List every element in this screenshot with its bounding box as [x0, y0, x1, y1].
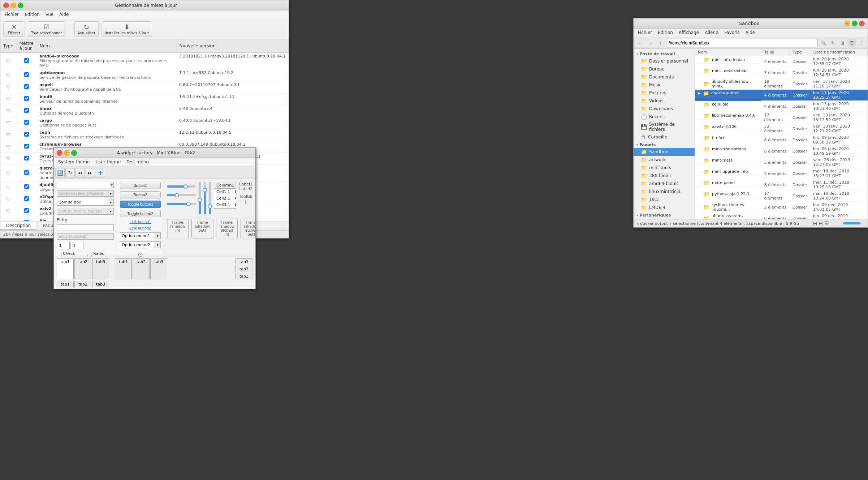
- sidebar-section-peripheriques[interactable]: ▾ Périphériques: [634, 211, 695, 218]
- fm-col-date[interactable]: Date de modification: [810, 49, 868, 56]
- menu-vue[interactable]: Vue: [43, 11, 56, 18]
- sidebar-item-386-bionic[interactable]: 📁 386-bionic: [634, 172, 695, 180]
- fm-col-taille[interactable]: Taille: [761, 49, 790, 56]
- v-slider1-thumb[interactable]: [198, 198, 202, 202]
- tab3-3[interactable]: tab3: [236, 273, 252, 279]
- wf-menu-test[interactable]: Test menu: [124, 159, 152, 166]
- sidebar-item-linuxminttricia[interactable]: 📁 linuxminttricia: [634, 188, 695, 196]
- link-button2[interactable]: Link button2: [120, 226, 161, 230]
- check-button1[interactable]: [57, 254, 61, 257]
- button2[interactable]: Button2: [120, 191, 161, 198]
- v-slider1[interactable]: [199, 182, 201, 214]
- select-all-button[interactable]: ☑ Tout sélectionner: [28, 21, 65, 37]
- update-check-cell[interactable]: [16, 105, 36, 117]
- fm-row-13[interactable]: 📁 syslinux-themes-linuxmi... 2 éléments …: [695, 202, 868, 213]
- menu-edition[interactable]: Édition: [22, 11, 43, 18]
- menu-aide[interactable]: Aide: [56, 11, 72, 18]
- install-button[interactable]: ⬇ Installer les mises à jour: [102, 21, 152, 37]
- tab3-2[interactable]: tab2: [236, 266, 252, 272]
- toggle-button1[interactable]: Toggle button1: [120, 201, 161, 208]
- h-slider3-track[interactable]: [167, 203, 196, 205]
- combo-box-entry-input[interactable]: [57, 182, 110, 188]
- update-row-6[interactable]: 🛡 ceph Système de fichiers et stockage d…: [0, 129, 289, 141]
- tab4-1[interactable]: tab1: [57, 281, 74, 287]
- update-check-cell[interactable]: [16, 165, 36, 181]
- v-slider2-thumb[interactable]: [203, 188, 207, 192]
- option-menu2[interactable]: Option menu2 ▾: [120, 241, 161, 248]
- fm-row-3[interactable]: ▶ 📁 docker-output 4 éléments Dossier lun…: [695, 90, 868, 101]
- button1[interactable]: Button1: [120, 182, 161, 189]
- update-checkbox-3[interactable]: [24, 96, 29, 101]
- wf-minimize-btn[interactable]: −: [64, 150, 70, 156]
- update-check-cell[interactable]: [16, 53, 36, 69]
- fm-address-input[interactable]: [666, 39, 818, 47]
- sidebar-section-poste[interactable]: ▾ Poste de travail: [634, 50, 695, 57]
- option-menu2-arrow[interactable]: ▾: [155, 242, 160, 248]
- fm-row-0[interactable]: 📁 mint-info-debian 4 éléments Dossier lu…: [695, 56, 868, 67]
- update-checkbox-8[interactable]: [24, 156, 29, 160]
- close-btn[interactable]: ×: [3, 3, 9, 8]
- fm-view-icon3[interactable]: ☰: [824, 220, 829, 226]
- h-slider1-track[interactable]: [167, 185, 196, 188]
- update-check-cell[interactable]: [16, 217, 36, 222]
- fm-menu-favoris[interactable]: Favoris: [722, 29, 743, 36]
- update-check-cell[interactable]: [16, 153, 36, 165]
- fm-menu-fichier[interactable]: Fichier: [635, 29, 655, 36]
- combo-box-arrow[interactable]: ▾: [108, 199, 113, 205]
- h-slider1-thumb[interactable]: [183, 184, 188, 189]
- tree-row-3[interactable]: Cell3.1 Cell3.2: [214, 202, 236, 208]
- tab2-3[interactable]: tab3: [150, 258, 167, 279]
- h-slider3-thumb[interactable]: [186, 202, 191, 206]
- sidebar-item-sandbox[interactable]: 📁 Sandbox: [634, 148, 695, 156]
- fm-col-nom[interactable]: Nom: [695, 49, 761, 56]
- combo-box-entry-arrow[interactable]: ▾: [110, 182, 113, 188]
- tab-description[interactable]: Description: [0, 222, 37, 230]
- update-checkbox-9[interactable]: [24, 170, 29, 175]
- fm-up-btn[interactable]: ↑: [656, 39, 665, 47]
- wf-tool-back[interactable]: 🔙: [55, 168, 65, 177]
- tab4-2[interactable]: tab2: [74, 281, 91, 287]
- sidebar-item-dossier-personnel[interactable]: 📁 Dossier personnel: [634, 57, 695, 65]
- fm-close-btn[interactable]: ×: [859, 21, 865, 26]
- sidebar-item-mint-tools[interactable]: 📁 mint-tools: [634, 164, 695, 172]
- entry-input[interactable]: [57, 224, 114, 231]
- fm-list-view-btn[interactable]: ☰: [847, 39, 856, 47]
- update-check-cell[interactable]: [16, 69, 36, 81]
- update-row-0[interactable]: 🛡 amd64-microcode Microprogramme du micr…: [0, 53, 289, 69]
- fm-row-6[interactable]: 📁 xawtv-3.106 33 éléments Dossier ven. 1…: [695, 123, 868, 134]
- sidebar-item-artwork[interactable]: 📁 artwork: [634, 156, 695, 164]
- wf-menu-user[interactable]: User theme: [92, 159, 124, 166]
- tab4-3[interactable]: tab3: [92, 281, 109, 287]
- tab1-1[interactable]: tab1: [57, 258, 74, 279]
- update-checkbox-5[interactable]: [24, 120, 29, 125]
- actualiser-button[interactable]: ↻ Actualiser: [74, 21, 99, 37]
- spinner1[interactable]: [57, 242, 70, 249]
- update-checkbox-10[interactable]: [24, 184, 29, 189]
- update-check-cell[interactable]: [16, 205, 36, 217]
- update-row-5[interactable]: 🛡 cargo Gestionnaire de paquet Rust 0.40…: [0, 117, 289, 129]
- sidebar-item-bureau[interactable]: 📁 Bureau: [634, 65, 695, 73]
- combo-box-entry[interactable]: ▾: [57, 182, 114, 188]
- update-checkbox-6[interactable]: [24, 132, 29, 137]
- h-slider2-track[interactable]: [167, 194, 196, 196]
- fm-search-btn[interactable]: 🔍: [819, 39, 828, 47]
- fm-menu-btn[interactable]: ⋮: [857, 39, 865, 47]
- fm-row-11[interactable]: 📁 mate-panel 8 éléments Dossier mer. 11 …: [695, 179, 868, 190]
- fm-minimize-btn[interactable]: −: [845, 21, 850, 26]
- fm-row-5[interactable]: 📁 libtimezonemap-0.4.6 12 éléments Dossi…: [695, 112, 868, 123]
- fm-menu-aide[interactable]: Aide: [743, 29, 758, 36]
- tree-row-2[interactable]: Cell2.1 Cell2.2: [214, 195, 236, 202]
- option-menu1[interactable]: Option menu1 ▾: [120, 232, 161, 239]
- sidebar-item-corbeille[interactable]: 🗑 Corbeille: [634, 133, 695, 141]
- sidebar-item-music[interactable]: 📁 Music: [634, 81, 695, 89]
- update-check-cell[interactable]: [16, 117, 36, 129]
- tab2-1[interactable]: tab1: [115, 258, 132, 279]
- update-row-2[interactable]: 🛡 aspell Vérificateur d'orthographe Aspe…: [0, 81, 289, 93]
- option-menu1-arrow[interactable]: ▾: [155, 233, 160, 239]
- update-check-cell[interactable]: [16, 141, 36, 153]
- minimize-btn[interactable]: −: [10, 3, 16, 8]
- wf-tool-refresh[interactable]: ↻: [65, 168, 75, 177]
- fm-grid-view-btn[interactable]: ⊞: [838, 39, 847, 47]
- fm-maximize-btn[interactable]: +: [852, 21, 858, 26]
- fm-menu-aller[interactable]: Aller à: [702, 29, 721, 36]
